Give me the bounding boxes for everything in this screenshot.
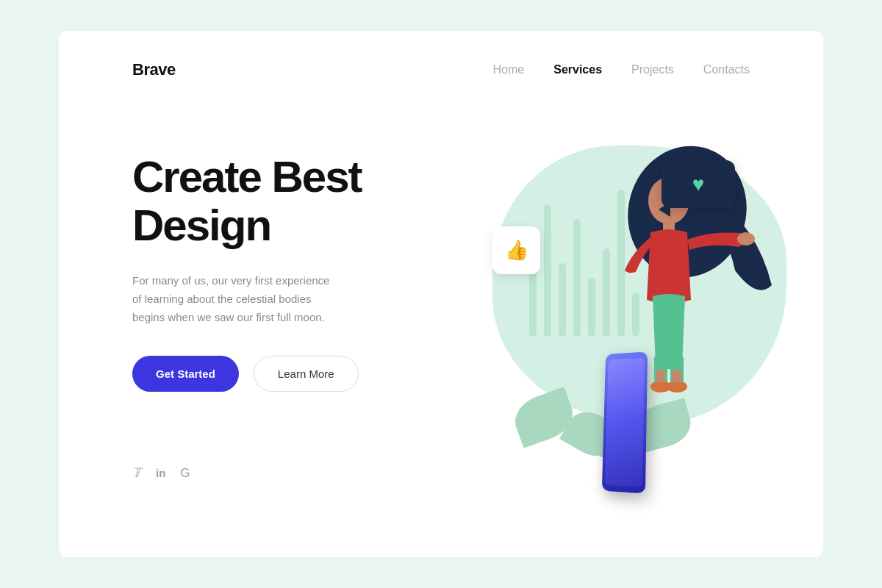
main-content: Create Best Design For many of us, our v… xyxy=(59,79,823,557)
header: Brave Home Services Projects Contacts xyxy=(59,31,823,79)
google-icon[interactable]: G xyxy=(180,466,190,481)
svg-point-3 xyxy=(737,232,755,245)
hero-description: For many of us, our very first experienc… xyxy=(132,272,338,326)
logo: Brave xyxy=(132,60,176,79)
cta-buttons: Get Started Learn More xyxy=(132,356,470,392)
get-started-button[interactable]: Get Started xyxy=(132,356,239,392)
svg-rect-9 xyxy=(673,370,681,383)
hero-headline: Create Best Design xyxy=(132,153,470,250)
nav: Home Services Projects Contacts xyxy=(493,63,750,76)
nav-item-contacts[interactable]: Contacts xyxy=(703,63,750,76)
social-icons: 𝕋 in G xyxy=(132,465,470,488)
linkedin-icon[interactable]: in xyxy=(156,467,165,479)
heart-notification: ♥ xyxy=(662,160,735,208)
twitter-icon[interactable]: 𝕋 xyxy=(132,465,141,481)
like-icon: 👍 xyxy=(505,239,528,262)
nav-item-services[interactable]: Services xyxy=(553,63,602,76)
page-card: Brave Home Services Projects Contacts Cr… xyxy=(59,31,823,557)
svg-rect-8 xyxy=(656,370,665,383)
learn-more-button[interactable]: Learn More xyxy=(254,356,359,392)
hero-illustration: 👍 xyxy=(470,131,750,513)
nav-item-projects[interactable]: Projects xyxy=(631,63,674,76)
heart-icon: ♥ xyxy=(692,173,705,196)
nav-item-home[interactable]: Home xyxy=(493,63,525,76)
left-section: Create Best Design For many of us, our v… xyxy=(132,131,470,488)
like-notification: 👍 xyxy=(492,226,540,274)
